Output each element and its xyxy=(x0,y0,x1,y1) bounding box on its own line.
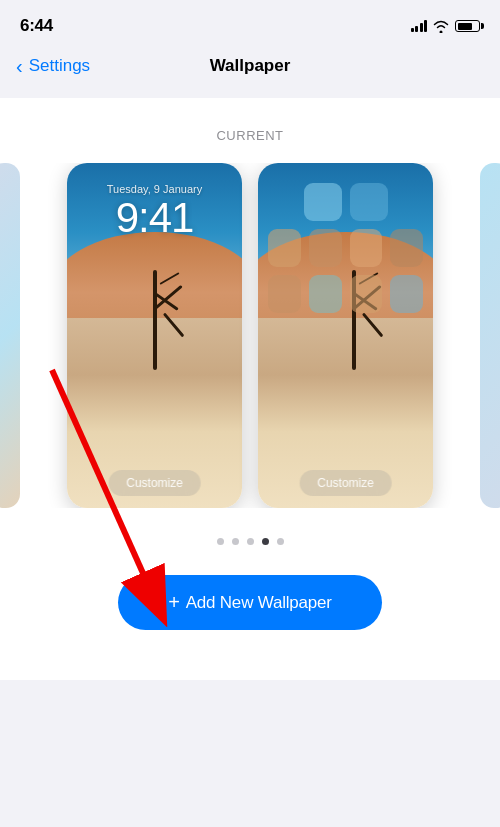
app-icon xyxy=(350,275,383,313)
app-icon xyxy=(390,229,423,267)
app-row-1 xyxy=(268,183,423,221)
add-wallpaper-section: + Add New Wallpaper xyxy=(0,575,500,650)
lock-screen-customize-button[interactable]: Customize xyxy=(108,470,201,496)
app-icon xyxy=(390,275,423,313)
page-dot-5[interactable] xyxy=(277,538,284,545)
app-icon xyxy=(268,229,301,267)
wallpaper-card-right-peek xyxy=(480,163,500,508)
app-row-3 xyxy=(268,275,423,313)
back-label[interactable]: Settings xyxy=(29,56,90,76)
app-row-2 xyxy=(268,229,423,267)
app-grid xyxy=(258,173,433,331)
wallpaper-card-left-peek xyxy=(0,163,20,508)
signal-icon xyxy=(411,20,428,32)
home-screen-card[interactable]: Customize xyxy=(258,163,433,508)
lock-time: 9:41 xyxy=(67,197,242,239)
app-icon xyxy=(309,229,342,267)
lock-screen-info: Tuesday, 9 January 9:41 xyxy=(67,183,242,239)
page-dot-3[interactable] xyxy=(247,538,254,545)
status-icons xyxy=(411,20,481,33)
app-icon xyxy=(309,275,342,313)
nav-bar: ‹ Settings Wallpaper xyxy=(0,44,500,88)
main-content: CURRENT Tuesday, 9 January 9:41 xyxy=(0,98,500,680)
app-icon xyxy=(350,183,388,221)
status-time: 6:44 xyxy=(20,16,53,36)
home-screen-customize-button[interactable]: Customize xyxy=(299,470,392,496)
add-new-wallpaper-button[interactable]: + Add New Wallpaper xyxy=(118,575,382,630)
section-label: CURRENT xyxy=(0,118,500,143)
page-dots xyxy=(0,528,500,555)
wifi-icon xyxy=(433,20,449,33)
status-bar: 6:44 xyxy=(0,0,500,44)
page-dot-4-active[interactable] xyxy=(262,538,269,545)
app-icon xyxy=(350,229,383,267)
add-wallpaper-label: Add New Wallpaper xyxy=(186,593,332,613)
app-icon xyxy=(268,275,301,313)
battery-icon xyxy=(455,20,480,32)
add-plus-icon: + xyxy=(168,591,179,614)
page-dot-2[interactable] xyxy=(232,538,239,545)
wallpaper-cards-container: Tuesday, 9 January 9:41 Customize xyxy=(0,163,500,508)
app-icon xyxy=(304,183,342,221)
page-title: Wallpaper xyxy=(210,56,291,76)
page-dot-1[interactable] xyxy=(217,538,224,545)
lock-screen-card[interactable]: Tuesday, 9 January 9:41 Customize xyxy=(67,163,242,508)
back-chevron-icon: ‹ xyxy=(16,55,23,78)
nav-back-button[interactable]: ‹ Settings xyxy=(16,55,90,78)
